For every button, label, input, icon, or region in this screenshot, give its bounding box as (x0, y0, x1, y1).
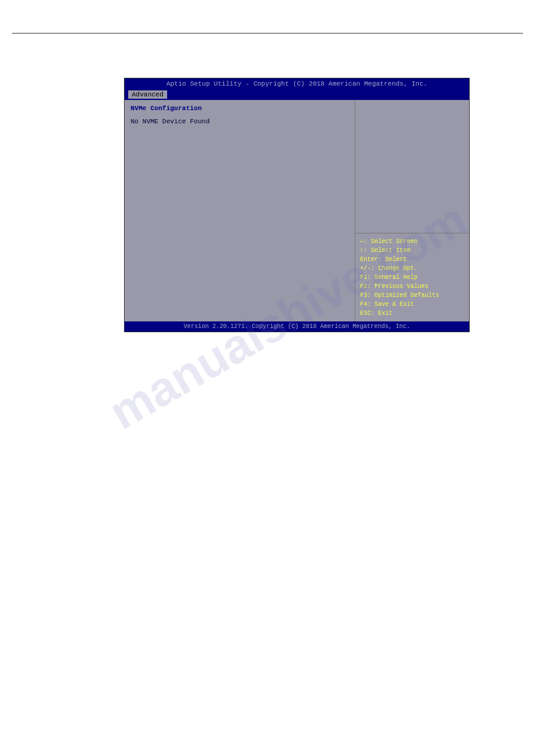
bios-body: NVMe Configuration No NVME Device Found … (125, 100, 469, 321)
bios-version: Version 2.20.1271. Copyright (C) 2018 Am… (183, 323, 410, 330)
nav-tab-advanced[interactable]: Advanced (128, 90, 167, 99)
bios-right-panel: ↔: Select Screen ↕: Select Item Enter: S… (355, 100, 469, 321)
bios-left-panel: NVMe Configuration No NVME Device Found (125, 100, 355, 321)
section-title: NVMe Configuration (131, 105, 349, 112)
bios-nav-bar: Advanced (125, 89, 469, 100)
bios-shortcuts: ↔: Select Screen ↕: Select Item Enter: S… (355, 233, 469, 321)
shortcut-select-item: ↕: Select Item (360, 246, 464, 255)
no-nvme-message: No NVME Device Found (131, 118, 349, 125)
bios-footer: Version 2.20.1271. Copyright (C) 2018 Am… (125, 321, 469, 332)
shortcut-esc: ESC: Exit (360, 309, 464, 318)
bios-title: Aptio Setup Utility - Copyright (C) 2018… (167, 80, 428, 87)
bios-window: Aptio Setup Utility - Copyright (C) 2018… (124, 78, 470, 332)
bios-title-bar: Aptio Setup Utility - Copyright (C) 2018… (125, 78, 469, 89)
shortcut-change-opt: +/-: Change Opt. (360, 264, 464, 273)
bios-help-area (355, 100, 469, 233)
shortcut-select-screen: ↔: Select Screen (360, 237, 464, 246)
shortcut-f3: F3: Optimized Defaults (360, 291, 464, 300)
shortcut-f4: F4: Save & Exit (360, 300, 464, 309)
shortcut-f1: F1: General Help (360, 273, 464, 282)
shortcut-f2: F2: Previous Values (360, 282, 464, 291)
page-border (12, 33, 523, 34)
shortcut-enter: Enter: Select (360, 255, 464, 264)
